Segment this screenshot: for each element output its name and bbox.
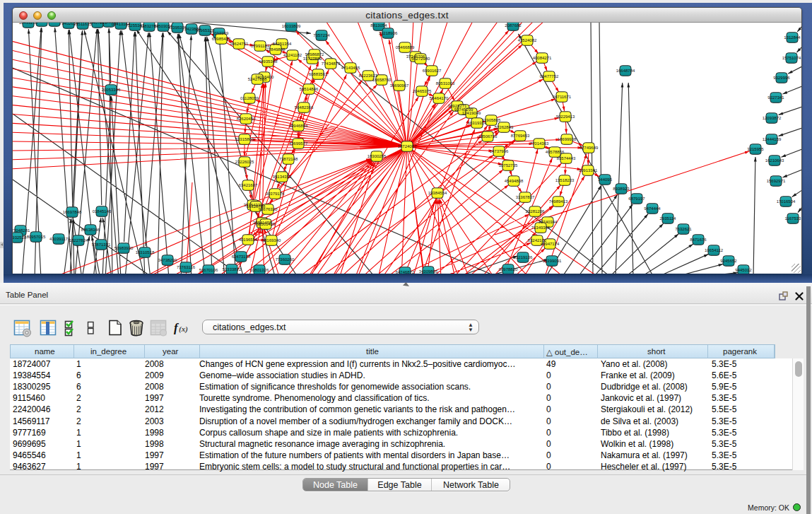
svg-text:01845146: 01845146	[93, 209, 112, 214]
svg-text:56464170: 56464170	[430, 96, 449, 100]
svg-text:53315869: 53315869	[235, 137, 254, 141]
svg-text:17016504: 17016504	[777, 199, 796, 204]
svg-text:01128059: 01128059	[240, 96, 259, 100]
svg-text:56482366: 56482366	[295, 105, 314, 110]
svg-text:34624751: 34624751	[230, 42, 249, 46]
svg-text:79740344: 79740344	[539, 220, 558, 224]
svg-text:10801326: 10801326	[250, 268, 269, 272]
svg-text:81219136: 81219136	[514, 255, 533, 259]
svg-text:67749649: 67749649	[579, 146, 599, 150]
svg-text:18227824: 18227824	[69, 238, 88, 243]
svg-text:23226025: 23226025	[235, 160, 254, 164]
svg-text:57262849: 57262849	[495, 125, 514, 129]
svg-text:80957015: 80957015	[27, 235, 46, 239]
svg-text:9227341: 9227341	[767, 95, 784, 100]
svg-text:16648784: 16648784	[616, 69, 635, 73]
svg-text:19399091: 19399091	[543, 259, 562, 263]
svg-text:2087682: 2087682	[505, 23, 522, 28]
svg-text:77434873: 77434873	[322, 62, 341, 66]
svg-text:18724007: 18724007	[398, 144, 417, 148]
svg-text:29946804: 29946804	[289, 124, 308, 128]
svg-text:1167533: 1167533	[785, 216, 801, 221]
svg-text:16033809: 16033809	[282, 24, 301, 28]
svg-text:63421607: 63421607	[239, 183, 258, 187]
svg-text:40084271: 40084271	[533, 56, 552, 60]
svg-text:9474444: 9474444	[644, 206, 661, 211]
svg-text:40196556: 40196556	[239, 238, 258, 242]
svg-text:56670106: 56670106	[199, 268, 218, 272]
svg-text:90913341: 90913341	[579, 168, 598, 173]
svg-text:8471676: 8471676	[690, 238, 707, 242]
svg-text:8938923: 8938923	[613, 187, 630, 191]
svg-text:82620450: 82620450	[237, 117, 256, 121]
svg-text:2935114: 2935114	[660, 216, 677, 221]
svg-text:16658760: 16658760	[372, 78, 392, 82]
svg-text:7357234: 7357234	[313, 33, 330, 37]
svg-text:20053346: 20053346	[102, 88, 121, 92]
svg-text:80531003: 80531003	[436, 81, 455, 86]
svg-text:64746872: 64746872	[396, 270, 415, 274]
svg-text:47143455: 47143455	[341, 66, 360, 70]
svg-text:16210643: 16210643	[765, 158, 784, 163]
svg-text:84251354: 84251354	[273, 42, 292, 46]
svg-text:77014363: 77014363	[530, 141, 549, 146]
svg-text:8813054: 8813054	[370, 23, 387, 28]
svg-text:62473178: 62473178	[232, 255, 251, 259]
svg-text:43524082: 43524082	[518, 38, 537, 42]
svg-text:31367837: 31367837	[516, 195, 535, 199]
svg-text:85574443: 85574443	[557, 156, 576, 160]
svg-text:95134332: 95134332	[273, 175, 292, 179]
svg-text:6879197: 6879197	[628, 197, 645, 201]
svg-text:57986872: 57986872	[305, 52, 324, 57]
svg-text:15692971: 15692971	[767, 179, 786, 183]
svg-text:36690967: 36690967	[390, 83, 409, 88]
svg-text:10654112: 10654112	[705, 248, 724, 252]
svg-text:9445012: 9445012	[735, 268, 752, 272]
svg-text:27849808: 27849808	[266, 47, 286, 52]
svg-text:45494808: 45494808	[505, 179, 524, 183]
svg-text:20465375: 20465375	[413, 89, 432, 93]
svg-text:05466889: 05466889	[396, 45, 415, 49]
svg-text:73872148: 73872148	[279, 157, 298, 161]
svg-text:56272980: 56272980	[411, 57, 430, 61]
svg-text:98169340: 98169340	[262, 238, 281, 243]
svg-text:87769453: 87769453	[511, 134, 530, 138]
svg-text:43699577: 43699577	[289, 141, 308, 146]
svg-text:7632621: 7632621	[675, 227, 692, 231]
svg-text:69985435: 69985435	[212, 37, 231, 41]
svg-text:16697848: 16697848	[63, 210, 82, 214]
svg-text:48932528: 48932528	[13, 235, 27, 240]
svg-text:1312844: 1312844	[784, 35, 801, 40]
svg-text:09477752: 09477752	[540, 74, 559, 78]
svg-text:18300295: 18300295	[367, 154, 387, 158]
svg-text:89638346: 89638346	[81, 228, 100, 232]
svg-text:00379176: 00379176	[266, 192, 285, 196]
svg-text:9245652: 9245652	[720, 259, 737, 263]
svg-text:49947174: 49947174	[541, 242, 560, 246]
svg-text:91905865: 91905865	[482, 118, 501, 122]
svg-text:60883561: 60883561	[309, 72, 328, 76]
svg-text:16328708: 16328708	[247, 204, 266, 209]
svg-text:49578856: 49578856	[546, 150, 565, 154]
svg-text:57871331: 57871331	[92, 243, 111, 247]
svg-text:12444159: 12444159	[763, 137, 782, 141]
svg-text:04711671: 04711671	[553, 95, 572, 99]
svg-text:50752735: 50752735	[499, 163, 518, 168]
svg-text:00978820: 00978820	[499, 267, 518, 271]
svg-text:69901627: 69901627	[423, 69, 442, 73]
svg-text:52427868: 52427868	[248, 77, 267, 81]
svg-text:90229413: 90229413	[556, 115, 575, 119]
svg-text:71012269: 71012269	[210, 31, 229, 35]
svg-text:44935348: 44935348	[259, 59, 278, 64]
svg-text:31727889: 31727889	[303, 57, 322, 61]
svg-text:34309805: 34309805	[419, 269, 438, 274]
svg-text:10310518: 10310518	[136, 250, 155, 255]
svg-text:3215955: 3215955	[747, 147, 764, 151]
svg-text:73763116: 73763116	[177, 265, 196, 269]
svg-text:23281206: 23281206	[526, 209, 545, 214]
svg-text:43039117: 43039117	[49, 237, 69, 241]
svg-text:68501429: 68501429	[257, 222, 276, 226]
svg-text:51333872: 51333872	[223, 267, 242, 271]
svg-text:15751074: 15751074	[782, 56, 801, 60]
svg-text:50983930: 50983930	[114, 246, 134, 250]
